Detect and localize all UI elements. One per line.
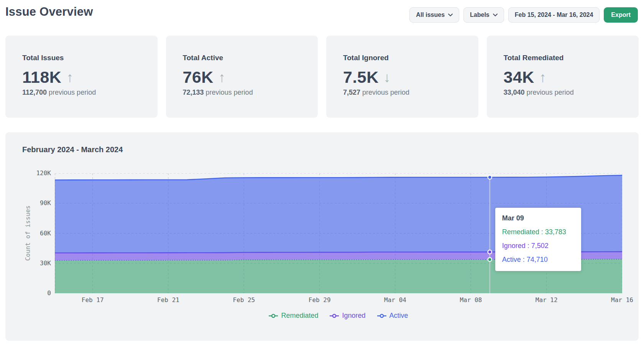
legend-label: Ignored: [342, 312, 365, 320]
y-tick-label: 0: [15, 289, 51, 297]
hover-dot-remediated: [488, 258, 492, 261]
trend-up-icon: ↑: [539, 71, 546, 84]
trend-down-icon: ↓: [384, 71, 391, 84]
chart-panel: February 2024 - March 2024 Count of issu…: [5, 132, 639, 341]
card-title: Total Active: [183, 54, 310, 62]
hover-dot-active: [488, 175, 492, 179]
y-tick-label: 90K: [15, 199, 51, 207]
trend-up-icon: ↑: [66, 71, 73, 84]
issues-filter-dropdown[interactable]: All issues: [409, 7, 459, 23]
y-tick-label: 60K: [15, 230, 51, 237]
toolbar: All issues Labels Feb 15, 2024 - Mar 16,…: [409, 7, 638, 23]
stat-card-total-remediated: Total Remediated 34K ↑ 33,040previous pe…: [487, 36, 639, 118]
issues-filter-label: All issues: [416, 12, 445, 18]
legend-label: Active: [389, 312, 408, 320]
tooltip-row-active: Active : 74,710: [502, 256, 574, 264]
card-previous-period: 72,133previous period: [183, 89, 310, 97]
stat-card-total-active: Total Active 76K ↑ 72,133previous period: [166, 36, 318, 118]
card-title: Total Remediated: [504, 54, 631, 62]
tooltip-row-remediated: Remediated : 33,783: [502, 228, 574, 236]
card-previous-period: 33,040previous period: [504, 89, 631, 97]
stat-card-total-ignored: Total Ignored 7.5K ↓ 7,527previous perio…: [326, 36, 478, 118]
card-value: 76K: [183, 68, 214, 87]
legend-marker-icon: [330, 314, 339, 318]
chart-legend: RemediatedIgnoredActive: [55, 312, 622, 320]
x-tick-label: Feb 29: [309, 296, 331, 304]
tooltip-date: Mar 09: [502, 214, 574, 222]
card-value: 7.5K: [343, 68, 379, 87]
card-previous-period: 112,700previous period: [22, 89, 150, 97]
y-tick-label: 120K: [15, 169, 51, 177]
card-title: Total Issues: [22, 54, 150, 62]
legend-item-active[interactable]: Active: [377, 312, 408, 320]
chevron-down-icon: [448, 13, 453, 16]
x-tick-label: Feb 25: [233, 296, 255, 304]
x-tick-label: Feb 21: [157, 296, 179, 304]
legend-marker-icon: [269, 314, 278, 318]
x-tick-label: Feb 17: [82, 296, 104, 304]
y-tick-label: 30K: [15, 260, 51, 267]
stat-cards-row: Total Issues 118K ↑ 112,700previous peri…: [5, 36, 639, 118]
card-previous-period: 7,527previous period: [343, 89, 471, 97]
card-title: Total Ignored: [343, 54, 471, 62]
legend-marker-icon: [377, 314, 386, 318]
tooltip-row-ignored: Ignored : 7,502: [502, 242, 574, 250]
page-title: Issue Overview: [5, 5, 93, 19]
card-value: 118K: [22, 68, 61, 87]
date-range-label: Feb 15, 2024 - Mar 16, 2024: [515, 12, 593, 18]
chevron-down-icon: [493, 13, 498, 16]
legend-item-remediated[interactable]: Remediated: [269, 312, 318, 320]
x-tick-label: Mar 04: [384, 296, 406, 304]
labels-filter-label: Labels: [470, 12, 490, 18]
card-value: 34K: [504, 68, 534, 87]
legend-label: Remediated: [281, 312, 318, 320]
chart-title: February 2024 - March 2024: [22, 145, 123, 154]
legend-item-ignored[interactable]: Ignored: [330, 312, 365, 320]
stat-card-total-issues: Total Issues 118K ↑ 112,700previous peri…: [5, 36, 158, 118]
x-tick-label: Mar 12: [536, 296, 558, 304]
hover-dot-ignored: [488, 250, 492, 254]
chart-tooltip: Mar 09 Remediated : 33,783Ignored : 7,50…: [495, 208, 581, 271]
x-tick-label: Mar 16: [611, 296, 633, 304]
export-button[interactable]: Export: [604, 7, 638, 23]
labels-filter-dropdown[interactable]: Labels: [463, 7, 504, 23]
date-range-picker[interactable]: Feb 15, 2024 - Mar 16, 2024: [508, 7, 600, 23]
x-tick-label: Mar 08: [460, 296, 482, 304]
trend-up-icon: ↑: [219, 71, 225, 84]
